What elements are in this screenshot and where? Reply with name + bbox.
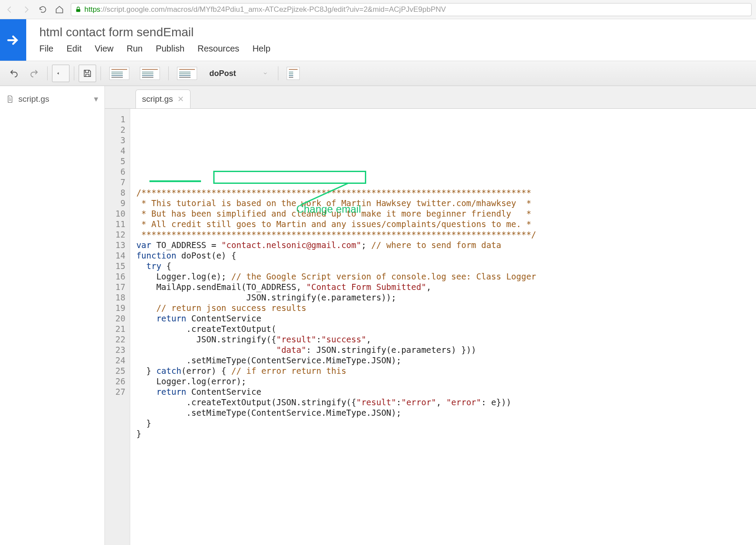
code-line[interactable]: "data": JSON.stringify(e.parameters) })) [136,345,536,355]
app-header: html contact form sendEmail File Edit Vi… [0,19,756,61]
line-number: 6 [115,166,125,177]
debug-step-button[interactable] [173,65,201,82]
line-number: 2 [115,124,125,135]
code-line[interactable]: MailApp.sendEmail(TO_ADDRESS, "Contact F… [136,282,536,292]
separator [278,66,278,80]
tab-bar: script.gs ✕ [105,86,756,109]
line-number: 15 [115,261,125,271]
line-number: 18 [115,292,125,303]
line-number: 20 [115,313,125,324]
sidebar-file-label: script.gs [18,94,49,104]
separator [101,66,101,80]
line-number: 27 [115,386,125,397]
code-line[interactable]: * All credit still goes to Martin and an… [136,219,536,229]
home-button[interactable] [54,4,65,15]
line-number: 3 [115,135,125,145]
menu-publish[interactable]: Publish [156,44,184,54]
code-line[interactable]: } [136,428,536,439]
code-line[interactable]: } catch(error) { // if error return this [136,366,536,376]
code-line[interactable]: function doPost(e) { [136,250,536,261]
line-number: 14 [115,250,125,261]
line-gutter: 1234567891011121314151617181920212223242… [105,109,130,545]
menu-run[interactable]: Run [127,44,143,54]
menu-view[interactable]: View [95,44,114,54]
file-icon [6,95,14,103]
code-line[interactable]: * This tutorial is based on the work of … [136,198,536,208]
line-number: 10 [115,208,125,219]
function-select[interactable]: doPost [204,65,274,82]
line-number: 16 [115,271,125,282]
url-text: https://script.google.com/macros/d/MYfb2… [84,5,446,14]
menu-bar: File Edit View Run Publish Resources Hel… [39,44,746,54]
line-number: 7 [115,177,125,187]
function-select-label: doPost [209,69,236,78]
lock-icon [75,6,82,13]
indent-button[interactable] [52,65,69,82]
menu-resources[interactable]: Resources [198,44,239,54]
close-icon[interactable]: ✕ [177,94,184,104]
run-button[interactable] [105,65,133,82]
apps-script-logo[interactable] [0,19,26,61]
browser-toolbar: https://script.google.com/macros/d/MYfb2… [0,0,756,19]
line-number: 1 [115,114,125,124]
main-area: script.gs ▾ script.gs ✕ 1234567891011121… [0,86,756,545]
back-button[interactable] [4,4,15,15]
code-line[interactable]: // return json success results [136,303,536,313]
line-number: 4 [115,145,125,156]
line-number: 25 [115,366,125,376]
code-line[interactable]: return ContentService [136,386,536,397]
sidebar-file-script[interactable]: script.gs ▾ [0,90,104,108]
redo-button[interactable] [25,65,43,82]
reload-button[interactable] [38,4,48,15]
document-title[interactable]: html contact form sendEmail [39,25,746,39]
menu-file[interactable]: File [39,44,53,54]
chevron-down-icon[interactable]: ▾ [94,94,98,104]
forward-button[interactable] [21,4,31,15]
line-number: 8 [115,187,125,198]
debug-button[interactable] [136,65,164,82]
code-line[interactable]: ****************************************… [136,229,536,240]
menu-help[interactable]: Help [253,44,270,54]
project-details-button[interactable] [283,65,304,82]
line-number: 26 [115,376,125,386]
tab-label: script.gs [142,94,173,104]
code-line[interactable]: .setMimeType(ContentService.MimeType.JSO… [136,407,536,418]
code-line[interactable]: return ContentService [136,313,536,324]
toolbar: doPost [0,61,756,86]
code-content[interactable]: Change email /**************************… [130,109,542,545]
code-line[interactable]: JSON.stringify(e.parameters)); [136,292,536,303]
code-line[interactable]: Logger.log(e); // the Google Script vers… [136,271,536,282]
line-number: 17 [115,282,125,292]
separator [47,66,48,80]
line-number: 22 [115,334,125,345]
code-line[interactable]: } [136,418,536,428]
line-number: 24 [115,355,125,366]
code-line[interactable]: .setMimeType(ContentService.MimeType.JSO… [136,355,536,366]
editor: script.gs ✕ 1234567891011121314151617181… [105,86,756,545]
code-line[interactable]: .createTextOutput( [136,324,536,334]
code-line[interactable]: JSON.stringify({"result":"success", [136,334,536,345]
line-number: 11 [115,219,125,229]
line-number: 12 [115,229,125,240]
chevron-down-icon [263,71,268,76]
save-button[interactable] [79,65,96,82]
code-line[interactable]: var TO_ADDRESS = "contact.nelsonic@gmail… [136,240,536,250]
code-line[interactable]: try { [136,261,536,271]
code-line[interactable]: .createTextOutput(JSON.stringify({"resul… [136,397,536,407]
menu-edit[interactable]: Edit [66,44,81,54]
tab-script[interactable]: script.gs ✕ [135,90,191,108]
code-area[interactable]: 1234567891011121314151617181920212223242… [105,109,756,545]
address-bar[interactable]: https://script.google.com/macros/d/MYfb2… [71,3,752,16]
code-line[interactable]: /***************************************… [136,187,536,198]
undo-button[interactable] [5,65,23,82]
code-line[interactable]: Logger.log(error); [136,376,536,386]
svg-rect-0 [76,9,80,12]
file-sidebar: script.gs ▾ [0,86,105,545]
separator [168,66,169,80]
separator [74,66,74,80]
line-number: 19 [115,303,125,313]
line-number: 5 [115,156,125,166]
code-line[interactable]: * But has been simplified and cleaned up… [136,208,536,219]
line-number: 23 [115,345,125,355]
annotation-underline [149,180,201,182]
